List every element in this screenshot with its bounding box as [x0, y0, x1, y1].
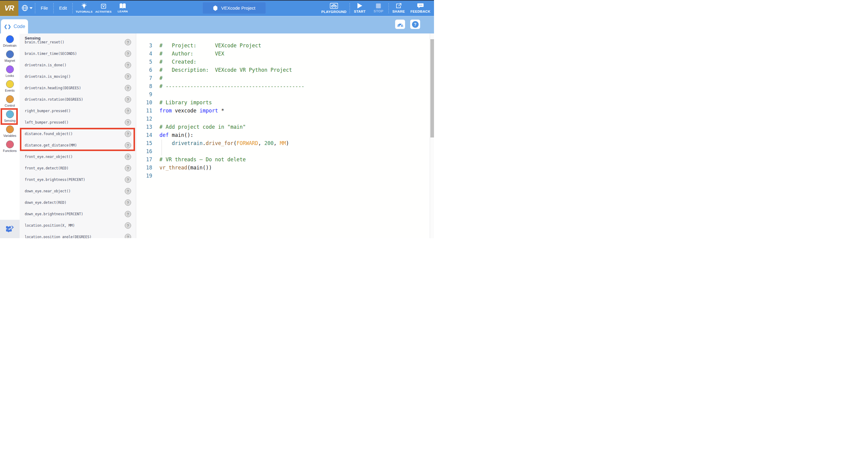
palette-command[interactable]: right_bumper.pressed() — [25, 109, 70, 113]
command-help-button[interactable]: ? — [125, 131, 131, 137]
menu-file[interactable]: File — [36, 0, 53, 16]
help-button[interactable]: ? — [410, 20, 420, 29]
sidebar-item-events[interactable]: Events — [0, 80, 20, 95]
action-start-button[interactable]: START — [350, 0, 369, 16]
palette-command[interactable]: drivetrain.is_moving() — [25, 75, 70, 79]
category-sidebar: DrivetrainMagnetLooksEventsControlSensin… — [0, 33, 20, 238]
command-help-button[interactable]: ? — [125, 165, 131, 172]
palette-command[interactable]: down_eye.near_object() — [25, 189, 70, 193]
palette-command[interactable]: distance.found_object() — [25, 132, 73, 136]
code-line: 15 drivetrain.drive_for(FORWARD, 200, MM… — [136, 139, 426, 147]
code-editor[interactable]: 3# Project: VEXcode Project4# Author: VE… — [136, 33, 434, 238]
command-help-button[interactable]: ? — [125, 200, 131, 206]
command-help-button[interactable]: ? — [125, 108, 131, 114]
palette-command[interactable]: down_eye.brightness(PERCENT) — [25, 212, 83, 216]
line-number: 5 — [136, 58, 152, 66]
separator — [53, 3, 54, 13]
palette-command-row: brain.timer_time(SECONDS)? — [20, 48, 136, 59]
line-number: 15 — [136, 139, 152, 147]
scrollbar-thumb[interactable] — [430, 39, 434, 138]
palette-command[interactable]: drivetrain.rotation(DEGREES) — [25, 97, 83, 101]
functions-category-dot-icon — [6, 141, 14, 148]
nav-activities[interactable]: ACTIVITIES — [94, 0, 113, 16]
sidebar-item-label: Events — [5, 89, 14, 92]
palette-command[interactable]: front_eye.brightness(PERCENT) — [25, 178, 85, 182]
sidebar-item-drivetrain[interactable]: Drivetrain — [0, 35, 20, 50]
palette-command[interactable]: brain.timer_time(SECONDS) — [25, 52, 77, 56]
command-help-button[interactable]: ? — [125, 222, 131, 229]
activities-icon — [100, 3, 107, 9]
sidebar-item-looks[interactable]: Looks — [0, 65, 20, 80]
sidebar-item-variables[interactable]: Variables — [0, 125, 20, 140]
command-help-button[interactable]: ? — [125, 234, 131, 238]
command-help-button[interactable]: ? — [125, 39, 131, 46]
tab-code[interactable]: ❮❯ Code — [1, 19, 28, 34]
palette-command-row: front_eye.detect(RED)? — [20, 162, 136, 174]
code-text: # Library imports — [159, 98, 212, 107]
sidebar-item-sensing[interactable]: Sensing — [0, 110, 20, 125]
code-text: # Project: VEXcode Project — [159, 41, 261, 50]
palette-command[interactable]: down_eye.detect(RED) — [25, 201, 66, 205]
command-help-button[interactable]: ? — [125, 96, 131, 103]
action-share-label: SHARE — [393, 10, 405, 13]
command-help-button[interactable]: ? — [125, 142, 131, 149]
code-text: # Author: VEX — [159, 50, 224, 58]
sidebar-item-functions[interactable]: Functions — [0, 141, 20, 155]
nav-tutorials-label: TUTORIALS — [76, 10, 93, 13]
code-text: def main(): — [159, 131, 193, 139]
sidebar-item-control[interactable]: Control — [0, 95, 20, 110]
sidebar-item-magnet[interactable]: Magnet — [0, 50, 20, 65]
project-name-button[interactable]: VEXcode Project — [203, 2, 266, 14]
separator — [389, 3, 389, 13]
tab-bar: ❮❯ Code ? — [0, 16, 434, 33]
palette-command[interactable]: brain.timer_reset() — [25, 40, 64, 44]
command-help-button[interactable]: ? — [125, 51, 131, 57]
line-number: 7 — [136, 74, 152, 82]
palette-command[interactable]: drivetrain.is_done() — [25, 63, 66, 67]
palette-command-row: drivetrain.is_done()? — [20, 59, 136, 71]
command-help-button[interactable]: ? — [125, 154, 131, 160]
line-number: 19 — [136, 172, 152, 180]
nav-tutorials[interactable]: TUTORIALS — [74, 0, 94, 16]
globe-icon — [22, 4, 28, 11]
palette-command[interactable]: front_eye.detect(RED) — [25, 166, 68, 170]
command-help-button[interactable]: ? — [125, 177, 131, 183]
palette-command[interactable]: front_eye.near_object() — [25, 155, 73, 159]
command-help-button[interactable]: ? — [125, 211, 131, 217]
palette-command[interactable]: drivetrain.heading(DEGREES) — [25, 86, 81, 90]
code-line: 6# Description: VEXcode VR Python Projec… — [136, 66, 426, 74]
separator — [72, 3, 73, 13]
vr-logo[interactable]: VR — [0, 0, 19, 16]
nav-activities-label: ACTIVITIES — [95, 10, 112, 13]
palette-command-row: front_eye.brightness(PERCENT)? — [20, 174, 136, 185]
command-help-button[interactable]: ? — [125, 188, 131, 195]
action-playground-button[interactable]: PLAYGROUND — [319, 0, 349, 16]
action-feedback-label: FEEDBACK — [410, 10, 430, 13]
palette-command-row: location.position_angle(DEGREES)? — [20, 231, 136, 238]
action-playground-label: PLAYGROUND — [321, 10, 347, 13]
menu-edit[interactable]: Edit — [54, 0, 72, 16]
device-info-button[interactable] — [395, 20, 405, 29]
command-help-button[interactable]: ? — [125, 85, 131, 91]
palette-command[interactable]: left_bumper.pressed() — [25, 120, 68, 124]
palette-command[interactable]: distance.get_distance(MM) — [25, 143, 77, 147]
code-text: drivetrain.drive_for(FORWARD, 200, MM) — [159, 139, 289, 147]
command-help-button[interactable]: ? — [125, 119, 131, 126]
nav-learn[interactable]: LEARN — [113, 0, 132, 16]
action-feedback-button[interactable]: FEEDBACK — [408, 0, 433, 16]
palette-command-row: location.position(X, MM)? — [20, 220, 136, 231]
control-category-dot-icon — [6, 95, 14, 103]
palette-command[interactable]: location.position(X, MM) — [25, 224, 75, 228]
sidebar-item-label: Magnet — [4, 59, 15, 62]
blocks-text-toggle-button[interactable] — [0, 220, 20, 238]
line-number: 18 — [136, 164, 152, 172]
command-help-button[interactable]: ? — [125, 73, 131, 80]
language-selector[interactable] — [22, 4, 33, 11]
sidebar-item-label: Variables — [3, 134, 16, 138]
code-text: # --------------------------------------… — [159, 82, 304, 90]
editor-scrollbar — [430, 33, 434, 238]
nav-learn-label: LEARN — [118, 10, 128, 13]
action-share-button[interactable]: SHARE — [390, 0, 408, 16]
command-help-button[interactable]: ? — [125, 62, 131, 68]
palette-command[interactable]: location.position_angle(DEGREES) — [25, 235, 92, 238]
